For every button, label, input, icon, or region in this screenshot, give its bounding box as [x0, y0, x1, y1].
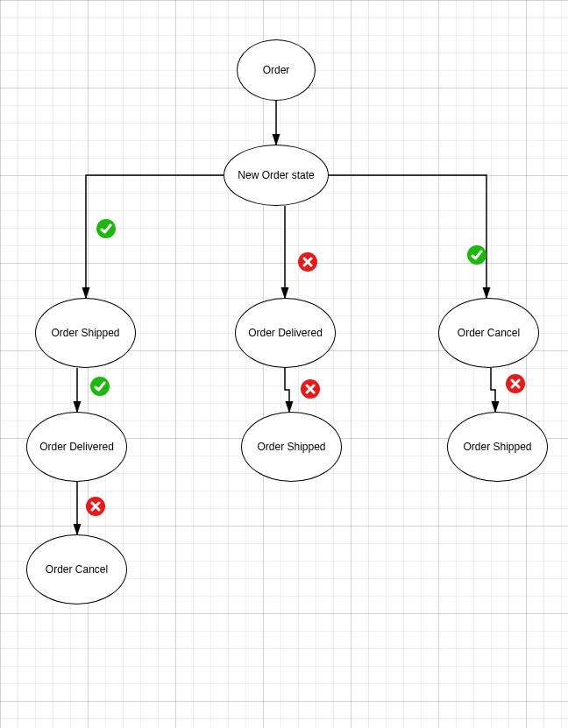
node-order-shipped-mid-label: Order Shipped	[257, 441, 325, 453]
diagram-canvas: Order New Order state Order Shipped Orde…	[0, 0, 568, 728]
node-order-shipped-mid[interactable]: Order Shipped	[241, 412, 342, 482]
node-order-cancel-right-label: Order Cancel	[458, 327, 520, 339]
node-order-cancel-right[interactable]: Order Cancel	[438, 298, 539, 368]
node-order-shipped-right[interactable]: Order Shipped	[447, 412, 548, 482]
node-new-order-state-label: New Order state	[238, 169, 314, 181]
node-order-delivered-left[interactable]: Order Delivered	[26, 412, 127, 482]
node-order-shipped-left[interactable]: Order Shipped	[35, 298, 136, 368]
node-order-shipped-right-label: Order Shipped	[463, 441, 531, 453]
node-order-delivered-mid[interactable]: Order Delivered	[235, 298, 336, 368]
node-order-cancel-left[interactable]: Order Cancel	[26, 534, 127, 604]
cross-icon	[506, 374, 525, 393]
cross-icon	[86, 497, 105, 516]
node-order[interactable]: Order	[237, 39, 316, 101]
check-icon	[96, 219, 116, 238]
node-order-delivered-left-label: Order Delivered	[39, 441, 114, 453]
cross-icon	[298, 252, 317, 272]
node-order-label: Order	[263, 64, 290, 76]
node-order-shipped-left-label: Order Shipped	[51, 327, 119, 339]
node-order-delivered-mid-label: Order Delivered	[248, 327, 323, 339]
cross-icon	[301, 379, 320, 399]
node-order-cancel-left-label: Order Cancel	[46, 563, 108, 576]
check-icon	[467, 245, 486, 265]
check-icon	[90, 377, 110, 396]
node-new-order-state[interactable]: New Order state	[224, 145, 329, 206]
